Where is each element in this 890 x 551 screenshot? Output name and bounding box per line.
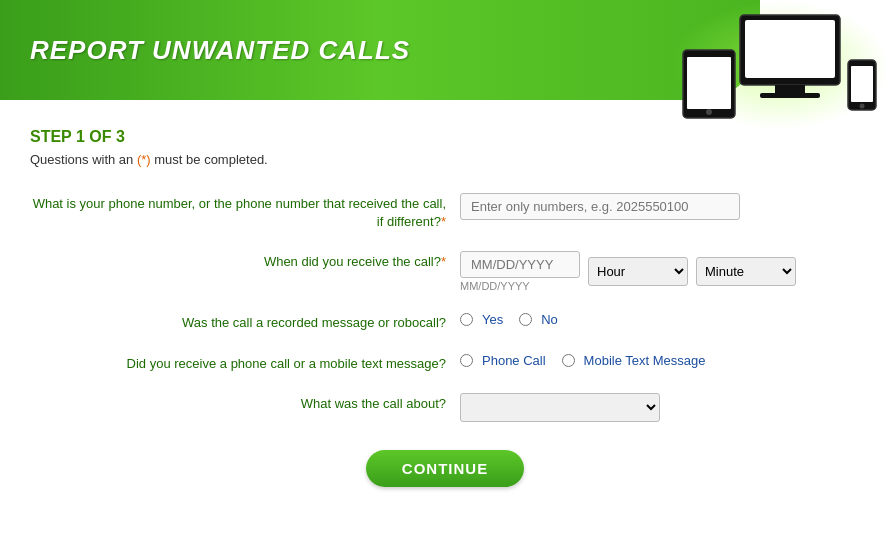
svg-rect-5: [687, 57, 731, 109]
phone-call-radio[interactable]: [460, 354, 473, 367]
robocall-no-label[interactable]: No: [519, 312, 566, 327]
robocall-no-text: No: [541, 312, 558, 327]
hour-select[interactable]: Hour 1234 5678 9101112: [588, 257, 688, 286]
text-message-text: Mobile Text Message: [584, 353, 706, 368]
robocall-row: Was the call a recorded message or roboc…: [30, 308, 860, 332]
minute-select[interactable]: Minute 00153045: [696, 257, 796, 286]
devices-illustration: [680, 5, 880, 125]
robocall-control-group: Yes No: [460, 308, 566, 327]
robocall-yes-label[interactable]: Yes: [460, 312, 511, 327]
phone-call-text: Phone Call: [482, 353, 546, 368]
phone-row: What is your phone number, or the phone …: [30, 189, 860, 231]
svg-rect-1: [745, 20, 835, 78]
date-control-group: MM/DD/YYYY Hour 1234 5678 9101112 Minute…: [460, 247, 796, 292]
main-content: STEP 1 OF 3 Questions with an (*) must b…: [0, 110, 890, 505]
phone-call-label[interactable]: Phone Call: [460, 353, 554, 368]
svg-rect-8: [851, 66, 873, 102]
date-required-star: *: [441, 254, 446, 269]
robocall-yes-radio[interactable]: [460, 313, 473, 326]
header-bar: REPORT UNWANTED CALLS: [0, 0, 760, 100]
date-row: When did you receive the call?* MM/DD/YY…: [30, 247, 860, 292]
phone-control-group: [460, 189, 740, 220]
message-type-control-group: Phone Call Mobile Text Message: [460, 349, 713, 368]
date-wrapper: MM/DD/YYYY: [460, 251, 580, 292]
continue-button[interactable]: CONTINUE: [366, 450, 524, 487]
step-label: STEP 1 OF 3: [30, 128, 860, 146]
continue-btn-wrapper: CONTINUE: [30, 450, 860, 487]
text-message-label[interactable]: Mobile Text Message: [562, 353, 714, 368]
robocall-yes-text: Yes: [482, 312, 503, 327]
phone-required-star: *: [441, 214, 446, 229]
about-row: What was the call about?: [30, 389, 860, 422]
phone-input[interactable]: [460, 193, 740, 220]
robocall-label: Was the call a recorded message or roboc…: [30, 308, 460, 332]
message-type-row: Did you receive a phone call or a mobile…: [30, 349, 860, 373]
svg-point-6: [706, 109, 712, 115]
date-input[interactable]: [460, 251, 580, 278]
robocall-no-radio[interactable]: [519, 313, 532, 326]
text-message-radio[interactable]: [562, 354, 575, 367]
message-type-label: Did you receive a phone call or a mobile…: [30, 349, 460, 373]
svg-rect-2: [775, 85, 805, 93]
svg-point-9: [860, 104, 865, 109]
phone-label: What is your phone number, or the phone …: [30, 189, 460, 231]
instructions: Questions with an (*) must be completed.: [30, 152, 860, 167]
page-title: REPORT UNWANTED CALLS: [30, 35, 410, 66]
svg-rect-3: [760, 93, 820, 98]
about-control-group: [460, 389, 660, 422]
about-label: What was the call about?: [30, 389, 460, 413]
about-select[interactable]: [460, 393, 660, 422]
required-star-highlight: (*): [137, 152, 151, 167]
device-icons: [670, 0, 890, 130]
date-hint: MM/DD/YYYY: [460, 280, 580, 292]
date-label: When did you receive the call?*: [30, 247, 460, 271]
